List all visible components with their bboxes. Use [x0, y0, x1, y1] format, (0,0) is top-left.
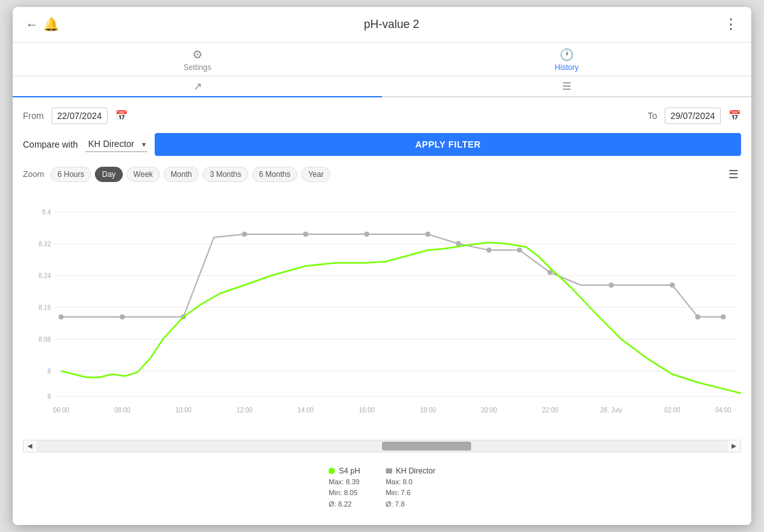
- svg-text:8: 8: [47, 368, 51, 375]
- subtab-list[interactable]: ☰: [382, 76, 751, 96]
- legend-khdirector-title: KH Director: [386, 466, 435, 475]
- header: ← 🔔 pH-value 2 ⋮: [13, 7, 751, 43]
- chart-area: .grid-line { stroke: #e8e8e8; stroke-wid…: [23, 193, 741, 435]
- scrollbar-track[interactable]: [36, 440, 728, 452]
- tab-history[interactable]: 🕐 History: [382, 43, 751, 76]
- nav-tabs: ⚙ Settings 🕐 History: [13, 43, 751, 76]
- legend-s4ph-name: S4 pH: [339, 466, 360, 475]
- chart-scrollbar[interactable]: ◀ ▶: [23, 440, 741, 452]
- zoom-3months[interactable]: 3 Months: [202, 167, 248, 182]
- compare-row: Compare with KH Director APPLY FILTER: [23, 133, 741, 156]
- svg-text:22:00: 22:00: [542, 407, 558, 414]
- legend-khdirector-stats: Max: 8.0 Min: 7.6 Ø: 7.8: [386, 477, 413, 510]
- from-date-input[interactable]: 22/07/2024: [52, 108, 108, 124]
- legend-khdirector-dot: [386, 468, 392, 473]
- zoom-day[interactable]: Day: [95, 167, 122, 182]
- svg-text:8: 8: [47, 393, 51, 400]
- svg-text:04:00: 04:00: [715, 407, 731, 414]
- history-tab-label: History: [555, 63, 578, 72]
- kh-director-dot: [517, 248, 522, 253]
- kh-director-dot: [609, 283, 614, 288]
- kh-director-dot: [486, 248, 492, 253]
- subtab-chart[interactable]: ↗: [13, 76, 382, 96]
- kh-director-dot: [670, 283, 675, 288]
- scrollbar-thumb[interactable]: [382, 442, 471, 451]
- svg-text:8.32: 8.32: [39, 241, 52, 248]
- s4ph-line: [61, 242, 741, 393]
- kh-director-dot: [303, 232, 308, 237]
- svg-text:16:00: 16:00: [358, 407, 374, 414]
- chart-legend: S4 pH Max: 8.39 Min: 8.05 Ø: 8.22 KH Dir…: [23, 461, 741, 515]
- settings-icon: ⚙: [192, 48, 202, 62]
- svg-text:06:00: 06:00: [53, 407, 69, 414]
- svg-text:8.24: 8.24: [39, 272, 52, 279]
- svg-text:8.4: 8.4: [42, 209, 51, 216]
- svg-text:12:00: 12:00: [236, 407, 252, 414]
- chart-menu-icon[interactable]: ☰: [726, 165, 741, 184]
- svg-text:8.16: 8.16: [39, 304, 52, 311]
- more-menu-button[interactable]: ⋮: [721, 13, 741, 35]
- subtab-chart-indicator: [13, 96, 382, 97]
- zoom-year[interactable]: Year: [301, 167, 330, 182]
- chart-icon: ↗: [194, 80, 202, 92]
- zoom-week[interactable]: Week: [127, 167, 160, 182]
- to-date-input[interactable]: 29/07/2024: [665, 108, 721, 124]
- kh-director-dot: [120, 314, 125, 319]
- legend-khdirector-name: KH Director: [396, 466, 435, 475]
- page-title: pH-value 2: [62, 18, 721, 31]
- svg-text:14:00: 14:00: [297, 407, 313, 414]
- tab-settings[interactable]: ⚙ Settings: [13, 43, 382, 76]
- history-icon: 🕐: [560, 48, 574, 62]
- main-content: From 22/07/2024 📅 To 29/07/2024 📅 Compar…: [13, 97, 751, 526]
- scrollbar-left-arrow[interactable]: ◀: [24, 442, 36, 449]
- compare-with-label: Compare with: [23, 139, 78, 150]
- scrollbar-right-arrow[interactable]: ▶: [728, 442, 740, 449]
- kh-director-dot: [242, 232, 247, 237]
- from-label: From: [23, 111, 44, 121]
- svg-text:8.08: 8.08: [39, 336, 52, 343]
- legend-s4ph-title: S4 pH: [329, 466, 360, 475]
- svg-text:10:00: 10:00: [175, 407, 191, 414]
- zoom-row: Zoom 6 Hours Day Week Month 3 Months 6 M…: [23, 165, 741, 184]
- to-label: To: [647, 111, 657, 121]
- svg-text:20:00: 20:00: [481, 407, 497, 414]
- svg-text:02:00: 02:00: [664, 407, 680, 414]
- legend-s4ph-stats: Max: 8.39 Min: 8.05 Ø: 8.22: [329, 477, 359, 510]
- svg-text:08:00: 08:00: [114, 407, 130, 414]
- to-date-calendar-icon[interactable]: 📅: [728, 109, 741, 122]
- kh-director-dot: [695, 314, 700, 319]
- history-tab-indicator: [382, 75, 751, 76]
- settings-tab-label: Settings: [183, 63, 211, 72]
- from-date-calendar-icon[interactable]: 📅: [115, 109, 128, 122]
- compare-select[interactable]: KH Director: [85, 136, 147, 152]
- svg-text:28. July: 28. July: [600, 407, 622, 414]
- kh-director-dot: [721, 314, 726, 319]
- zoom-month[interactable]: Month: [164, 167, 199, 182]
- svg-text:18:00: 18:00: [420, 407, 435, 414]
- legend-s4ph-dot: [329, 468, 335, 474]
- apply-filter-button[interactable]: APPLY FILTER: [155, 133, 741, 156]
- zoom-6hours[interactable]: 6 Hours: [50, 167, 91, 182]
- chart-svg: .grid-line { stroke: #e8e8e8; stroke-wid…: [23, 193, 741, 435]
- kh-director-dot: [364, 232, 369, 237]
- kh-director-dot: [59, 314, 64, 319]
- bell-icon[interactable]: 🔔: [41, 14, 62, 34]
- kh-director-dot: [425, 232, 430, 237]
- zoom-6months[interactable]: 6 Months: [252, 167, 297, 182]
- back-button[interactable]: ←: [23, 15, 41, 34]
- legend-khdirector: KH Director Max: 8.0 Min: 7.6 Ø: 7.8: [386, 466, 435, 510]
- zoom-label: Zoom: [23, 169, 44, 179]
- compare-select-wrapper[interactable]: KH Director: [85, 136, 147, 152]
- legend-s4ph: S4 pH Max: 8.39 Min: 8.05 Ø: 8.22: [329, 466, 360, 510]
- date-row: From 22/07/2024 📅 To 29/07/2024 📅: [23, 108, 741, 124]
- list-icon: ☰: [562, 80, 571, 92]
